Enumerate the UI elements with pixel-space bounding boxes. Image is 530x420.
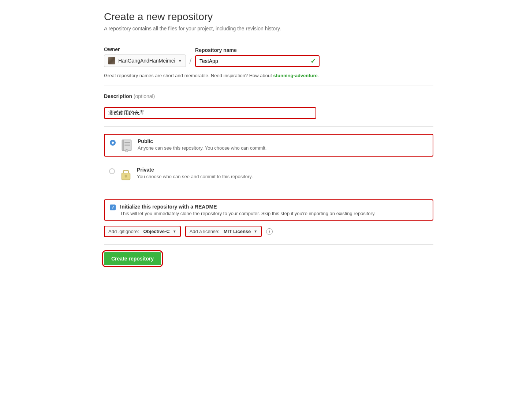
visibility-section: Public Anyone can see this repository. Y…	[104, 134, 433, 184]
repo-name-wrapper: ✓	[195, 55, 320, 67]
description-input[interactable]	[104, 107, 316, 119]
owner-avatar	[108, 57, 115, 64]
divider-readme-top	[104, 192, 433, 192]
divider-visibility-top	[104, 126, 433, 127]
private-text: Private You choose who can see and commi…	[137, 167, 253, 179]
gitignore-value: Objective-C	[143, 229, 169, 234]
repo-name-label: Repository name	[195, 47, 320, 53]
private-option[interactable]: Private You choose who can see and commi…	[104, 163, 433, 184]
gitignore-arrow-icon: ▼	[173, 229, 176, 233]
public-icon	[121, 139, 132, 152]
public-option[interactable]: Public Anyone can see this repository. Y…	[104, 134, 433, 157]
license-arrow-icon: ▼	[254, 229, 257, 233]
divider-top	[104, 39, 433, 39]
avatar-image	[108, 57, 115, 64]
license-dropdown[interactable]: Add a license: MIT License ▼	[185, 226, 262, 237]
public-text: Public Anyone can see this repository. Y…	[138, 138, 266, 151]
inspiration-text: Great repository names are short and mem…	[104, 73, 433, 78]
owner-dropdown-arrow: ▼	[178, 59, 182, 63]
divider-submit-top	[104, 244, 433, 245]
license-value: MIT License	[224, 229, 251, 234]
page-title: Create a new repository	[104, 11, 433, 23]
svg-point-5	[126, 149, 128, 152]
checkbox-check-icon: ✓	[111, 205, 115, 210]
description-optional: (optional)	[134, 93, 155, 99]
create-repository-button[interactable]: Create repository	[104, 252, 161, 265]
readme-option[interactable]: ✓ Initialize this repository with a READ…	[104, 199, 433, 221]
svg-rect-1	[122, 140, 124, 151]
private-label: Private	[137, 167, 253, 173]
readme-text: Initialize this repository with a README…	[120, 204, 376, 216]
private-radio[interactable]	[109, 168, 115, 174]
divider-description-top	[104, 86, 433, 86]
license-label: Add a license:	[190, 229, 220, 234]
readme-section: ✓ Initialize this repository with a READ…	[104, 199, 433, 237]
owner-repo-row: Owner HanGangAndHanMeimei ▼ / Repository…	[104, 46, 433, 67]
owner-username: HanGangAndHanMeimei	[118, 58, 175, 64]
owner-dropdown[interactable]: HanGangAndHanMeimei ▼	[104, 55, 186, 67]
public-label: Public	[138, 138, 266, 144]
gitignore-dropdown[interactable]: Add .gitignore: Objective-C ▼	[104, 226, 181, 237]
slash-separator: /	[190, 57, 192, 67]
gitignore-label: Add .gitignore:	[108, 229, 139, 234]
repo-name-field: Repository name ✓	[195, 47, 320, 67]
dropdowns-row: Add .gitignore: Objective-C ▼ Add a lice…	[104, 226, 433, 237]
readme-checkbox[interactable]: ✓	[110, 205, 116, 210]
readme-label: Initialize this repository with a README	[120, 204, 376, 210]
private-icon	[120, 168, 132, 181]
description-label: Description (optional)	[104, 93, 433, 99]
public-radio[interactable]	[110, 140, 116, 146]
description-section: Description (optional)	[104, 93, 433, 119]
inspiration-link[interactable]: stunning-adventure	[273, 73, 317, 78]
owner-field: Owner HanGangAndHanMeimei ▼	[104, 46, 186, 67]
license-info-icon[interactable]: i	[266, 228, 273, 235]
svg-rect-8	[125, 176, 126, 178]
readme-description: This will let you immediately clone the …	[120, 211, 376, 216]
repo-name-input[interactable]	[195, 55, 320, 67]
repo-name-valid-icon: ✓	[310, 57, 316, 65]
public-description: Anyone can see this repository. You choo…	[138, 145, 266, 151]
page-subtitle: A repository contains all the files for …	[104, 26, 433, 31]
private-description: You choose who can see and commit to thi…	[137, 174, 253, 179]
owner-label: Owner	[104, 46, 186, 52]
